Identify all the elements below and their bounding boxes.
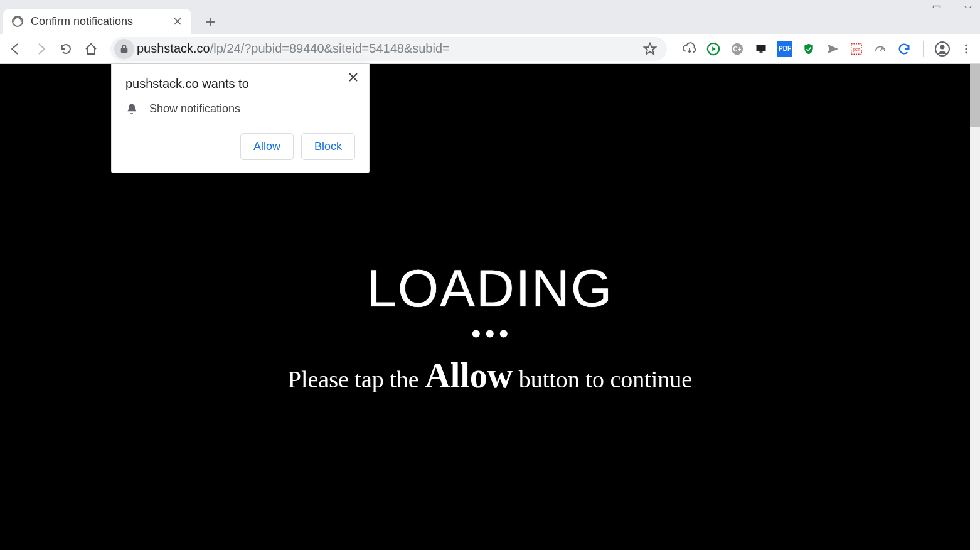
dot-icon: [486, 330, 494, 337]
svg-text:C+: C+: [733, 45, 741, 52]
browser-toolbar: pushstack.co/lp/24/?pubid=89440&siteid=5…: [0, 34, 980, 64]
extensions-row: C+ PDF pdf: [677, 41, 974, 57]
prompt-pre: Please tap the: [288, 365, 425, 392]
tab-title: Confirm notifications: [31, 15, 173, 28]
speedometer-icon[interactable]: [873, 41, 888, 57]
forward-button[interactable]: [31, 40, 50, 58]
dot-icon: [472, 330, 480, 337]
dot-icon: [500, 330, 508, 337]
play-circle-icon[interactable]: [706, 41, 721, 57]
monitor-icon[interactable]: [754, 41, 769, 57]
permission-allow-button[interactable]: Allow: [240, 133, 294, 160]
shield-check-icon[interactable]: [801, 41, 816, 57]
svg-rect-13: [757, 45, 766, 51]
pdf-convert-icon[interactable]: pdf: [849, 41, 864, 57]
permission-requester: pushstack.co wants to: [125, 77, 355, 91]
address-bar[interactable]: pushstack.co/lp/24/?pubid=89440&siteid=5…: [110, 37, 667, 61]
loading-dots: [288, 330, 692, 337]
svg-point-20: [965, 44, 967, 46]
site-info-button[interactable]: [114, 39, 134, 59]
tab-close-button[interactable]: [173, 16, 183, 26]
url-host: pushstack.co: [137, 41, 210, 55]
loading-overlay: LOADING Please tap the Allow button to c…: [288, 257, 692, 395]
svg-line-17: [880, 48, 883, 51]
scrollbar-thumb[interactable]: [970, 64, 980, 127]
c-plus-circle-icon[interactable]: C+: [730, 41, 745, 57]
svg-marker-8: [644, 43, 656, 53]
pdf-badge-icon[interactable]: PDF: [777, 41, 792, 57]
reload-button[interactable]: [56, 40, 75, 58]
globe-icon: [12, 16, 23, 27]
window-titlebar: [0, 0, 980, 8]
svg-text:pdf: pdf: [853, 46, 860, 51]
browser-tab[interactable]: Confirm notifications: [3, 9, 191, 34]
permission-prompt: pushstack.co wants to Show notifications…: [111, 64, 370, 173]
toolbar-divider: [923, 41, 924, 57]
permission-close-button[interactable]: [346, 70, 360, 84]
loading-heading: LOADING: [288, 257, 692, 318]
svg-point-22: [965, 51, 967, 53]
bell-icon: [125, 103, 138, 116]
permission-block-button[interactable]: Block: [301, 133, 355, 160]
home-button[interactable]: [82, 40, 100, 58]
profile-avatar-button[interactable]: [935, 41, 950, 57]
url-path: /lp/24/?pubid=89440&siteid=54148&subid=: [210, 41, 450, 55]
svg-point-21: [965, 48, 967, 50]
prompt-post: button to continue: [513, 365, 692, 392]
page-content: pushstack.co wants to Show notifications…: [0, 64, 980, 550]
url-text: pushstack.co/lp/24/?pubid=89440&siteid=5…: [137, 41, 450, 56]
tab-strip: Confirm notifications: [0, 8, 980, 34]
svg-rect-14: [760, 51, 763, 53]
paper-plane-icon[interactable]: [825, 41, 840, 57]
back-button[interactable]: [6, 40, 25, 58]
bookmark-star-button[interactable]: [641, 40, 659, 58]
kebab-menu-button[interactable]: [959, 41, 974, 57]
prompt-strong: Allow: [425, 355, 513, 394]
cloud-download-icon[interactable]: [682, 41, 697, 57]
sync-icon[interactable]: [897, 41, 912, 57]
prompt-text: Please tap the Allow button to continue: [288, 355, 692, 395]
new-tab-button[interactable]: [200, 11, 221, 33]
svg-point-19: [940, 45, 945, 49]
permission-capability: Show notifications: [149, 102, 240, 116]
svg-marker-10: [712, 46, 716, 51]
